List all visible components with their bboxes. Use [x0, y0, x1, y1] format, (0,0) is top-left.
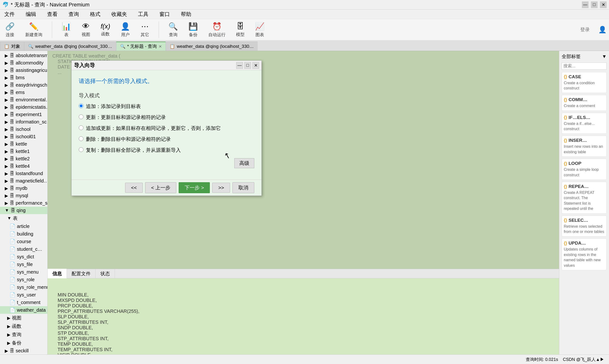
sidebar-item-sys-user[interactable]: 📄 sys_user	[0, 291, 47, 299]
menu-edit[interactable]: 编辑	[24, 10, 38, 19]
toolbar-connect[interactable]: 🔗 连接	[2, 20, 18, 39]
bottom-tab-status[interactable]: 状态	[96, 269, 115, 279]
menu-format[interactable]: 格式	[88, 10, 102, 19]
sidebar-item-ems[interactable]: ▶🗄 ems	[0, 89, 47, 96]
toolbar-view[interactable]: 👁 视图	[79, 20, 93, 39]
toolbar-other[interactable]: ⋯ 其它	[138, 20, 152, 39]
sidebar-item-easydrivingsch-[interactable]: ▶🗄 easydrivingsch…	[0, 81, 47, 89]
sidebar-item-assistingagricu-[interactable]: ▶🗄 assistingagricu…	[0, 67, 47, 74]
menu-help[interactable]: 帮助	[179, 10, 193, 19]
sidebar-item-performance-s-[interactable]: ▶🗄 performance_s…	[0, 199, 47, 207]
toolbar-query[interactable]: 🔍 查询	[166, 20, 181, 39]
toolbar-chart[interactable]: 📈 图表	[252, 20, 267, 39]
sidebar-item-experiment1[interactable]: ▶🗄 experiment1	[0, 111, 47, 118]
radio-option-add[interactable]: 追加：添加记录到目标表	[79, 103, 254, 110]
login-label[interactable]: 登录	[580, 26, 590, 33]
radio-add-update[interactable]	[79, 125, 83, 130]
menu-tools[interactable]: 工具	[136, 10, 150, 19]
sidebar-item-allcommodity[interactable]: ▶🗄 allcommodity	[0, 59, 47, 67]
sidebar-item-epidemicstatis-[interactable]: ▶🗄 epidemicstatis…	[0, 104, 47, 111]
maximize-button[interactable]: □	[591, 1, 597, 8]
radio-option-add-update[interactable]: 追加或更新：如果目标存在相同记录，更新它，否则，添加它	[79, 125, 254, 131]
right-panel-filter-icon[interactable]: ▼	[602, 54, 607, 59]
tab-weather-query[interactable]: 🔍 weather_data @qing (localhost_330…	[24, 42, 116, 51]
bottom-tab-info[interactable]: 信息	[48, 269, 67, 279]
menu-view[interactable]: 查看	[45, 10, 59, 19]
sidebar-item---[interactable]: ▶查询	[0, 330, 47, 339]
prev-button[interactable]: < 上一步	[145, 182, 176, 193]
sidebar-item-environmental-[interactable]: ▶🗄 environmental…	[0, 96, 47, 104]
snippet-item-2[interactable]: {}IF…ELS…Create a if...else... construct	[562, 113, 607, 134]
toolbar-function[interactable]: f(x) 函数	[98, 21, 113, 38]
radio-add[interactable]	[79, 104, 83, 108]
close-button[interactable]: ✕	[600, 1, 607, 8]
snippet-item-5[interactable]: {}REPEA…Create A REPEAT construct. The S…	[562, 182, 607, 214]
sidebar-item-article[interactable]: 📄 article	[0, 222, 47, 230]
radio-copy[interactable]	[79, 147, 83, 152]
tab-weather-table[interactable]: 📋 weather_data @qing (localhost_330…	[166, 42, 258, 51]
advanced-button[interactable]: 高级	[234, 158, 254, 168]
toolbar-autorun[interactable]: ⏰ 自动运行	[206, 20, 228, 39]
minimize-button[interactable]: —	[582, 1, 589, 8]
sidebar-item-kettle2[interactable]: ▶🗄 kettle2	[0, 155, 47, 162]
snippet-item-4[interactable]: {}LOOPCreate a simple loop construct	[562, 159, 607, 180]
sidebar-item-kettle[interactable]: ▶🗄 kettle	[0, 140, 47, 148]
sidebar-item-ischool01[interactable]: ▶🗄 ischool01	[0, 133, 47, 140]
tab-object[interactable]: 📋 对象	[0, 42, 24, 51]
snippet-item-1[interactable]: {}COMM…Create a comment	[562, 95, 607, 111]
sidebar-item-information-sc-[interactable]: ▶🗄 information_sc…	[0, 118, 47, 126]
toolbar-user[interactable]: 👤 用户	[118, 20, 133, 39]
sidebar-item-weather-data[interactable]: 📄 weather_data	[0, 306, 47, 314]
sidebar-item-kettle4[interactable]: ▶🗄 kettle4	[0, 162, 47, 170]
sidebar-item---[interactable]: ▶备份	[0, 339, 47, 347]
untitled-query-tab-close[interactable]: ✕	[159, 44, 162, 49]
radio-delete[interactable]	[79, 136, 83, 141]
snippet-item-7[interactable]: {}UPDA…Updates columns of existing rows …	[562, 238, 607, 270]
sidebar-item-qing[interactable]: ▼🗄 qing	[0, 207, 47, 214]
sidebar-item-absolutetransmission[interactable]: ▶🗄 absolutetransmission	[0, 52, 47, 59]
toolbar-table[interactable]: 📊 表	[59, 20, 74, 39]
cancel-button[interactable]: 取消	[233, 182, 254, 193]
menu-favorites[interactable]: 收藏夹	[109, 10, 129, 19]
right-panel-search-input[interactable]	[562, 63, 607, 70]
sidebar-item---[interactable]: ▶函数	[0, 322, 47, 330]
bottom-tab-config[interactable]: 配置文件	[67, 269, 96, 279]
menu-query[interactable]: 查询	[67, 10, 81, 19]
sidebar-item-kettle1[interactable]: ▶🗄 kettle1	[0, 148, 47, 155]
sidebar-item-t-comment[interactable]: 📄 t_comment	[0, 299, 47, 306]
toolbar-model[interactable]: 🗄 模型	[233, 20, 247, 39]
sidebar-item---[interactable]: ▶视图	[0, 314, 47, 322]
radio-option-delete[interactable]: 删除：删除目标中和源记录相符的记录	[79, 136, 254, 143]
dialog-close-button[interactable]: ✕	[252, 62, 259, 69]
sidebar-item-sys-dict[interactable]: 📄 sys_dict	[0, 253, 47, 260]
toolbar-new-query[interactable]: ✏️ 新建查询	[22, 20, 45, 39]
sidebar-item-mydb[interactable]: ▶🗄 mydb	[0, 185, 47, 192]
dialog-restore-button[interactable]: □	[244, 62, 251, 69]
sidebar-item-student-c-[interactable]: 📄 student_c…	[0, 245, 47, 253]
sidebar-item-magneticfield-[interactable]: ▶🗄 magneticfield…	[0, 177, 47, 185]
sidebar-item-course[interactable]: 📄 course	[0, 238, 47, 245]
sidebar-item-bms[interactable]: ▶🗄 bms	[0, 74, 47, 81]
radio-update[interactable]	[79, 115, 83, 119]
sidebar-item-seckill[interactable]: ▶🗄 seckill	[0, 347, 47, 354]
sidebar-item-sys-role-menu[interactable]: 📄 sys_role_menu	[0, 283, 47, 291]
toolbar-backup[interactable]: 💾 备份	[186, 20, 201, 39]
sidebar-item-sys-role[interactable]: 📄 sys_role	[0, 276, 47, 283]
sidebar-item-lostandfound[interactable]: ▶🗄 lostandfound	[0, 170, 47, 177]
snippet-item-3[interactable]: {}INSER…Insert new rows into an existing…	[562, 136, 607, 157]
sidebar-item-sys-menu[interactable]: 📄 sys_menu	[0, 268, 47, 276]
sidebar-item--[interactable]: ▼表	[0, 214, 47, 222]
menu-window[interactable]: 窗口	[157, 10, 172, 19]
sidebar-item-mysql[interactable]: ▶🗄 mysql	[0, 192, 47, 199]
snippet-item-0[interactable]: {}CASECreate a condition construct	[562, 72, 607, 93]
radio-option-update[interactable]: 更新：更新目标和源记录相符的记录	[79, 114, 254, 121]
sidebar-item-ischool[interactable]: ▶🗄 ischool	[0, 126, 47, 133]
next-button[interactable]: 下一步 >	[179, 182, 210, 193]
first-button[interactable]: <<	[125, 183, 143, 193]
dialog-minimize-button[interactable]: —	[236, 62, 243, 69]
tab-untitled-query[interactable]: 🔍 * 无标题 - 查询 ✕	[116, 42, 166, 51]
snippet-item-6[interactable]: {}SELEC…Retrieve rows selected from one …	[562, 216, 607, 237]
sidebar-item-building[interactable]: 📄 building	[0, 230, 47, 238]
last-button[interactable]: >>	[212, 183, 230, 193]
menu-file[interactable]: 文件	[2, 10, 17, 19]
